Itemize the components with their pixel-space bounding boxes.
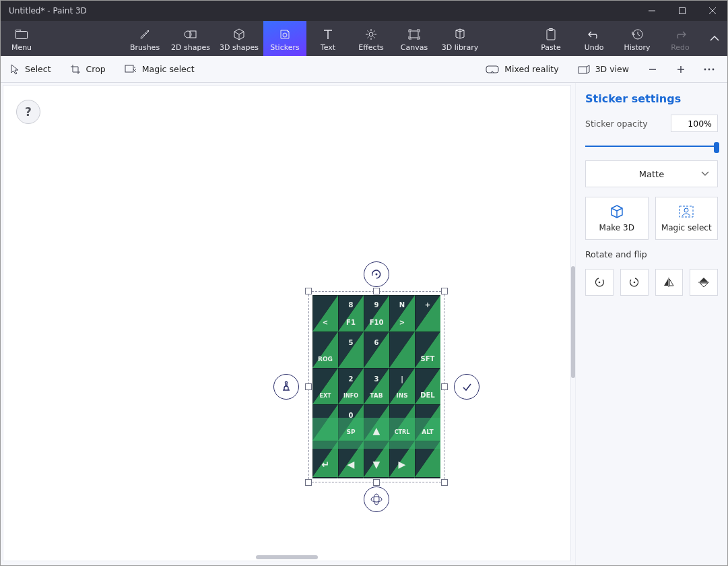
ribbon: Menu Brushes 2D shapes 3D shapes — [1, 21, 727, 56]
commit-handle[interactable] — [454, 374, 479, 400]
resize-handle[interactable] — [373, 479, 380, 486]
svg-rect-0 — [679, 8, 685, 14]
svg-point-4 — [283, 33, 287, 37]
history-icon — [631, 27, 643, 42]
paste-icon — [545, 27, 556, 42]
rotate-ccw-button[interactable] — [585, 269, 614, 296]
flip-horizontal-button[interactable] — [655, 269, 684, 296]
resize-handle[interactable] — [441, 383, 448, 390]
ribbon-canvas[interactable]: Canvas — [393, 21, 436, 56]
app-window: Untitled* - Paint 3D Menu Bru — [0, 0, 728, 566]
undo-icon — [588, 27, 600, 42]
svg-rect-7 — [547, 30, 555, 40]
canvas-icon — [408, 27, 420, 42]
rotate-flip-label: Rotate and flip — [585, 249, 718, 259]
magic-select-tool[interactable]: Magic select — [115, 56, 204, 83]
close-button[interactable] — [697, 1, 727, 21]
rotate-z-handle[interactable] — [364, 261, 389, 287]
svg-rect-3 — [190, 31, 196, 38]
opacity-label: Sticker opacity — [585, 119, 648, 129]
maximize-button[interactable] — [667, 1, 697, 21]
resize-handle[interactable] — [305, 288, 312, 294]
minimize-button[interactable] — [636, 1, 667, 21]
ribbon-3d-library[interactable]: 3D library — [436, 21, 484, 56]
zoom-out-button[interactable] — [638, 56, 667, 83]
ribbon-2d-shapes[interactable]: 2D shapes — [166, 21, 215, 56]
view3d-icon — [578, 65, 590, 74]
svg-rect-51 — [680, 206, 693, 217]
resize-handle[interactable] — [441, 288, 448, 294]
crop-tool[interactable]: Crop — [61, 56, 115, 83]
text-icon — [323, 27, 333, 42]
main-area: ? — [1, 83, 727, 565]
toolbar: Select Crop Magic select Mixed realit — [1, 56, 727, 83]
shapes3d-icon — [233, 27, 245, 42]
library-icon — [453, 27, 467, 42]
chevron-down-icon — [701, 171, 709, 177]
stamp-handle[interactable] — [273, 374, 299, 400]
svg-point-54 — [633, 282, 635, 284]
help-button[interactable]: ? — [16, 100, 40, 124]
svg-point-52 — [684, 208, 688, 212]
ribbon-paste[interactable]: Paste — [529, 21, 572, 56]
svg-point-14 — [713, 68, 715, 70]
canvas[interactable]: ? — [3, 85, 571, 561]
select-tool[interactable]: Select — [1, 56, 61, 83]
make-3d-button[interactable]: Make 3D — [585, 197, 649, 240]
effects-icon — [365, 27, 377, 42]
3d-view-button[interactable]: 3D view — [568, 56, 638, 83]
svg-point-53 — [599, 282, 601, 284]
svg-point-5 — [369, 32, 373, 36]
ribbon-3d-shapes[interactable]: 3D shapes — [215, 21, 263, 56]
ribbon-brushes[interactable]: Brushes — [123, 21, 166, 56]
stage: ? — [1, 83, 575, 565]
shapes2d-icon — [184, 27, 197, 42]
selection-outline — [308, 291, 444, 482]
ribbon-stickers[interactable]: Stickers — [263, 21, 306, 56]
svg-point-50 — [374, 494, 379, 505]
cube-icon — [609, 204, 624, 219]
opacity-input[interactable] — [671, 115, 718, 132]
stickers-icon — [279, 27, 291, 42]
crop-icon — [70, 64, 81, 75]
resize-handle[interactable] — [441, 479, 448, 486]
more-button[interactable] — [695, 56, 723, 83]
mixed-reality-button[interactable]: Mixed reality — [476, 56, 568, 83]
sticker-selection[interactable]: 89N+ <F1F10> 56SFT ROG 23|DEL EXTINFOTAB… — [312, 295, 440, 478]
redo-icon — [674, 27, 686, 42]
ribbon-effects[interactable]: Effects — [350, 21, 393, 56]
ribbon-history[interactable]: History — [616, 21, 659, 56]
window-title: Untitled* - Paint 3D — [1, 6, 636, 15]
resize-handle[interactable] — [305, 479, 312, 486]
rotate-cw-button[interactable] — [620, 269, 649, 296]
svg-point-12 — [704, 68, 706, 70]
menu-button[interactable]: Menu — [1, 21, 42, 56]
ribbon-text[interactable]: Text — [306, 21, 350, 56]
ribbon-redo: Redo — [659, 21, 702, 56]
magic-select-icon — [125, 65, 137, 74]
resize-handle[interactable] — [373, 288, 380, 294]
vertical-scrollbar[interactable] — [571, 266, 575, 378]
ribbon-undo[interactable]: Undo — [572, 21, 616, 56]
ribbon-collapse[interactable] — [702, 21, 727, 56]
opacity-slider[interactable] — [585, 142, 718, 151]
menu-label: Menu — [11, 43, 32, 52]
magic-select-panel-icon — [678, 204, 694, 219]
mixed-reality-icon — [486, 65, 499, 73]
resize-handle[interactable] — [305, 383, 312, 390]
svg-rect-10 — [125, 65, 133, 72]
svg-point-49 — [371, 497, 382, 502]
material-select[interactable]: Matte — [585, 160, 718, 187]
side-panel: Sticker settings Sticker opacity Matte — [575, 83, 727, 565]
magic-select-button[interactable]: Magic select — [655, 197, 719, 240]
brush-icon — [139, 27, 151, 42]
svg-point-48 — [376, 274, 378, 276]
flip-vertical-button[interactable] — [690, 269, 718, 296]
horizontal-scrollbar[interactable] — [256, 555, 318, 559]
svg-point-13 — [708, 68, 710, 70]
svg-rect-1 — [16, 32, 28, 39]
panel-title: Sticker settings — [585, 92, 718, 105]
rotate-3d-handle[interactable] — [364, 486, 389, 512]
zoom-in-button[interactable] — [667, 56, 695, 83]
svg-rect-6 — [410, 31, 418, 38]
